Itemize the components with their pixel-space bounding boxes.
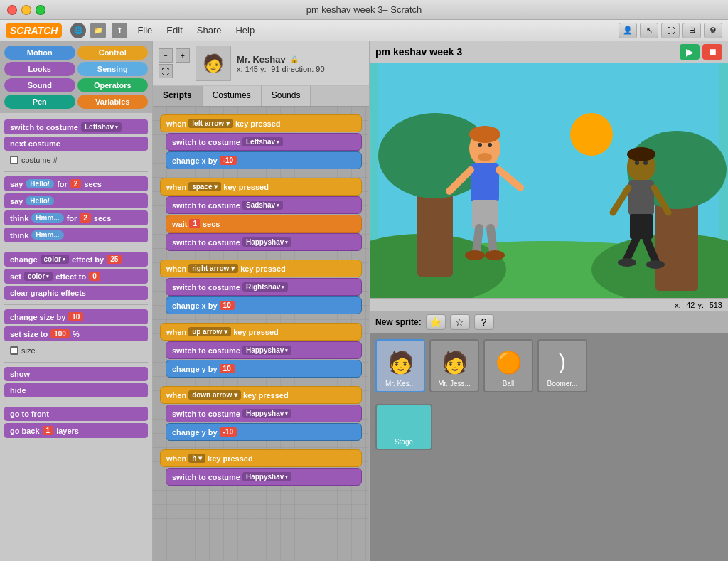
category-control[interactable]: Control [77,46,149,60]
folder-icon[interactable]: 📁 [90,23,106,38]
tab-scripts[interactable]: Scripts [153,86,203,106]
key-dropdown[interactable]: left arrow ▾ [188,119,233,128]
menu-share[interactable]: Share [191,23,228,37]
right-arrow-dropdown[interactable]: right arrow ▾ [188,264,238,273]
stop-button[interactable]: ⏹ [702,44,722,60]
block-size-report[interactable]: size [4,343,148,358]
size-checkbox[interactable] [10,346,18,355]
block-when-h[interactable]: when h ▾ key pressed [160,449,362,467]
block-switch-happyshav3[interactable]: switch to costume Happyshav [166,405,362,422]
block-go-to-front[interactable]: go to front [4,407,148,421]
upload-icon[interactable]: ⬆ [112,23,127,38]
happyshav-drop2[interactable]: Happyshav [242,346,291,355]
stage-thumbnail[interactable]: Stage [375,404,432,450]
happyshav-drop3[interactable]: Happyshav [242,409,291,418]
block-say-for[interactable]: say Hello! for 2 secs [4,176,148,191]
block-switch-rightshav[interactable]: switch to costume Rightshav [166,278,362,296]
stage-controls: ▶ ⏹ [680,44,722,60]
block-switch-happyshav1[interactable]: switch to costume Happyshav [166,233,362,251]
stage-section: Stage [370,398,728,456]
block-think[interactable]: think Hmm... [4,228,148,242]
block-set-size[interactable]: set size to 100 % [4,326,148,341]
block-switch-costume[interactable]: switch to costume Leftshav [4,119,148,134]
close-button[interactable] [7,5,17,15]
grid-icon[interactable]: ⊞ [682,23,701,38]
tabs: Scripts Costumes Sounds [153,86,369,107]
block-think-for[interactable]: think Hmm... for 2 secs [4,210,148,225]
tab-sounds[interactable]: Sounds [262,86,311,106]
down-arrow-dropdown[interactable]: down arrow ▾ [188,390,241,400]
fit-btn[interactable]: ⛶ [159,64,173,78]
block-change-y-neg10[interactable]: change y by -10 [166,423,362,441]
new-sprite-random[interactable]: ☆ [450,314,470,330]
new-sprite-from-file[interactable]: ⭐ [426,314,446,330]
user-icon[interactable]: 👤 [619,23,637,38]
minimize-button[interactable] [21,5,31,15]
block-switch-sadshav[interactable]: switch to costume Sadshav [166,196,362,214]
svg-point-19 [478,153,492,161]
block-next-costume[interactable]: next costume [4,137,148,151]
new-sprite-draw[interactable]: ? [474,314,494,330]
up-arrow-dropdown[interactable]: up arrow ▾ [188,327,231,336]
menubar: SCRATCH 🌐 📁 ⬆ File Edit Share Help 👤 ↖ ⛶… [0,20,728,41]
block-show[interactable]: show [4,367,148,381]
h-dropdown[interactable]: h ▾ [188,454,205,463]
effect-set-dropdown[interactable]: color [24,272,53,281]
tab-costumes[interactable]: Costumes [203,86,262,106]
block-change-x-pos10[interactable]: change x by 10 [166,296,362,314]
space-dropdown[interactable]: space ▾ [188,182,221,191]
green-flag-button[interactable]: ▶ [680,44,700,60]
block-costume-num[interactable]: costume # [4,153,148,167]
block-switch-leftshav[interactable]: switch to costume Leftshav [166,133,362,151]
block-go-back[interactable]: go back 1 layers [4,423,148,438]
category-motion[interactable]: Motion [4,46,75,60]
stage-svg [370,63,728,298]
maximize-button[interactable] [36,5,46,15]
block-when-space[interactable]: when space ▾ key pressed [160,178,362,196]
sprite-thumb-ball[interactable]: 🟠 Ball [483,339,533,392]
category-pen[interactable]: Pen [4,95,75,109]
block-when-down-arrow[interactable]: when down arrow ▾ key pressed [160,386,362,404]
fullscreen-icon[interactable]: ⛶ [661,23,680,38]
block-when-right-arrow[interactable]: when right arrow ▾ key pressed [160,260,362,277]
sprite-thumb-mr-jesse[interactable]: 🧑 Mr. Jess... [429,339,479,392]
stage-y: -513 [707,301,722,309]
category-sensing[interactable]: Sensing [77,62,149,76]
zoom-in-btn[interactable]: + [176,48,190,63]
globe-icon[interactable]: 🌐 [70,23,86,38]
category-looks[interactable]: Looks [4,62,75,76]
category-operators[interactable]: Operators [77,78,149,92]
block-change-y-pos10[interactable]: change y by 10 [166,360,362,378]
settings-icon[interactable]: ⚙ [704,23,722,38]
block-hide[interactable]: hide [4,383,148,397]
sprite-thumb-boomer[interactable]: ) Boomer... [537,339,587,392]
blocks-palette: Motion Control Looks Sensing Sound Opera… [0,41,153,561]
block-say[interactable]: say Hello! [4,193,148,208]
block-switch-happyshav4[interactable]: switch to costume Happyshav [166,468,362,486]
menu-help[interactable]: Help [230,23,260,37]
block-set-effect[interactable]: set color effect to 0 [4,269,148,284]
effect-dropdown[interactable]: color [41,255,69,264]
block-clear-effects[interactable]: clear graphic effects [4,286,148,300]
block-change-effect[interactable]: change color effect by 25 [4,252,148,267]
block-change-size[interactable]: change size by 10 [4,309,148,324]
cursor-icon[interactable]: ↖ [640,23,658,38]
block-wait-1[interactable]: wait 1 secs [166,215,362,233]
block-switch-happyshav2[interactable]: switch to costume Happyshav [166,341,362,359]
zoom-out-btn[interactable]: − [159,48,173,63]
costume-dropdown[interactable]: Leftshav [81,122,122,132]
costume-drop[interactable]: Leftshav [242,137,283,146]
block-change-x-neg10[interactable]: change x by -10 [166,151,362,169]
category-sound[interactable]: Sound [4,78,75,92]
sprite-thumb-mr-keshav[interactable]: 🧑 Mr. Kes... [375,339,425,392]
block-when-left-arrow[interactable]: when left arrow ▾ key pressed [160,114,362,132]
sadshav-drop[interactable]: Sadshav [242,201,283,210]
menu-edit[interactable]: Edit [161,23,188,37]
happyshav-drop1[interactable]: Happyshav [242,237,291,247]
costume-checkbox[interactable] [10,156,18,164]
block-when-up-arrow[interactable]: when up arrow ▾ key pressed [160,323,362,341]
menu-file[interactable]: File [132,23,158,37]
happyshav-drop4[interactable]: Happyshav [242,472,291,481]
rightshav-drop[interactable]: Rightshav [242,282,288,292]
category-variables[interactable]: Variables [77,95,149,109]
